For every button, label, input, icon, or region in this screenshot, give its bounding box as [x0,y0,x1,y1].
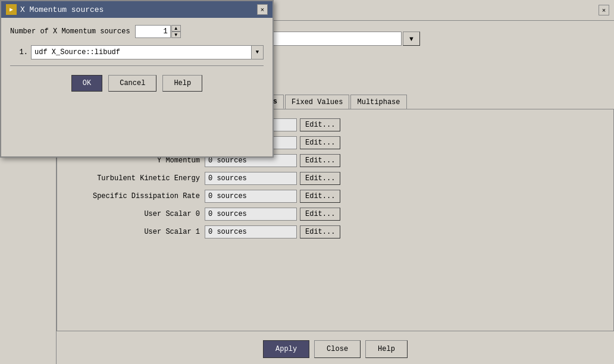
spinner-buttons: ▲ ▼ [171,25,181,38]
dialog-divider [10,65,264,66]
modal-overlay: ▶ X Momentum sources × Number of X Momen… [0,0,274,158]
dropdown-row: 1. ▼ [10,45,264,59]
edit-btn-sdr[interactable]: Edit... [300,190,340,203]
label-y-momentum: Y Momentum [69,156,200,165]
filter-dropdown-btn[interactable]: ▼ [403,32,420,46]
dialog-cancel-button[interactable]: Cancel [108,75,156,92]
input-sdr[interactable] [205,190,297,203]
source-dropdown-input[interactable] [31,45,252,59]
edit-btn-user-scalar-1[interactable]: Edit... [300,225,340,239]
edit-btn-x-momentum[interactable]: Edit... [300,136,340,149]
label-tke: Turbulent Kinetic Energy [69,174,200,183]
main-close-button[interactable]: × [599,5,609,15]
input-user-scalar-0[interactable] [205,208,297,221]
item-number-label: 1. [10,48,28,57]
apply-button[interactable]: Apply [263,340,309,358]
edit-btn-tke[interactable]: Edit... [300,172,340,185]
spinner-up-button[interactable]: ▲ [171,25,181,32]
label-user-scalar-1: User Scalar 1 [69,228,200,236]
dialog-close-button[interactable]: × [257,4,268,15]
bottom-buttons: Apply Close Help [57,340,614,358]
input-user-scalar-1[interactable] [205,225,297,239]
tab-multiphase[interactable]: Multiphase [350,95,406,109]
dialog-footer: OK Cancel Help [10,72,264,95]
source-row-user-scalar-1: User Scalar 1 Edit... [69,225,602,239]
source-row-user-scalar-0: User Scalar 0 Edit... [69,208,602,221]
label-sdr: Specific Dissipation Rate [69,192,200,200]
help-button[interactable]: Help [365,340,408,358]
main-window: × ▼ Fan Zone Embedded LES Reaction Sourc… [0,0,614,364]
edit-btn-mass[interactable]: Edit... [300,118,340,131]
number-of-sources-input[interactable] [135,25,171,38]
title-icon-glyph: ▶ [10,6,13,13]
dialog: ▶ X Momentum sources × Number of X Momen… [0,0,274,158]
number-of-sources-row: Number of X Momentum sources ▲ ▼ [10,25,264,38]
source-row-sdr: Specific Dissipation Rate Edit... [69,190,602,203]
edit-btn-user-scalar-0[interactable]: Edit... [300,208,340,221]
tab-fixed-values[interactable]: Fixed Values [285,95,349,109]
dialog-help-button[interactable]: Help [162,75,202,92]
edit-btn-y-momentum[interactable]: Edit... [300,154,340,167]
dialog-title-text: X Momentum sources [20,5,104,14]
dialog-title-icon: ▶ [6,4,17,15]
dialog-titlebar: ▶ X Momentum sources × [1,1,272,18]
dropdown-arrow-icon[interactable]: ▼ [252,45,264,59]
dialog-ok-button[interactable]: OK [71,75,102,92]
label-user-scalar-0: User Scalar 0 [69,210,200,218]
number-of-sources-label: Number of X Momentum sources [10,27,130,36]
spinner-down-button[interactable]: ▼ [171,32,181,38]
dialog-body: Number of X Momentum sources ▲ ▼ 1. ▼ [1,18,272,102]
source-row-tke: Turbulent Kinetic Energy Edit... [69,172,602,185]
input-tke[interactable] [205,172,297,185]
close-button[interactable]: Close [314,340,361,358]
